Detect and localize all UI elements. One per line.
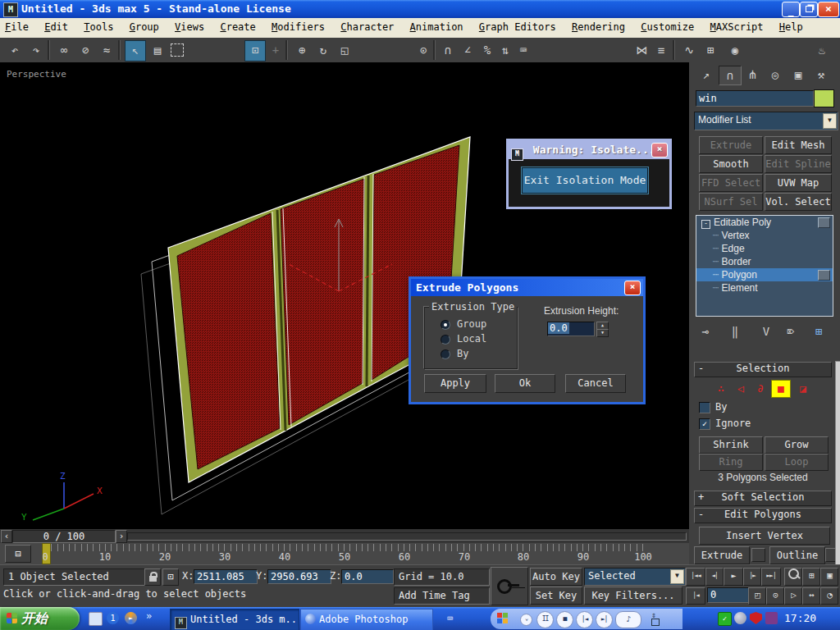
auto-key-button[interactable]: Auto Key (530, 568, 582, 586)
insert-vertex-button[interactable]: Insert Vertex (699, 527, 830, 545)
quicklaunch-media-player-icon[interactable]: ► (125, 612, 137, 624)
menu-help[interactable]: Help (774, 18, 808, 37)
x-coordinate-field[interactable]: 2511.085 (194, 569, 258, 584)
restore-button[interactable] (800, 2, 818, 17)
tab-create-icon[interactable]: ↗ (696, 66, 717, 84)
select-manipulate-icon[interactable]: + (266, 40, 285, 60)
menu-views[interactable]: Views (170, 18, 209, 37)
add-time-tag[interactable]: Add Time Tag (394, 587, 490, 605)
cancel-button[interactable]: Cancel (565, 374, 626, 393)
loop-button[interactable]: Loop (765, 454, 829, 471)
stack-item-vertex[interactable]: ┈ Vertex (696, 229, 833, 242)
wmp-stop-icon[interactable]: ■ (556, 611, 573, 628)
modifier-button-vol-select[interactable]: Vol. Select (765, 193, 832, 211)
selection-rollout-header[interactable]: - Selection (694, 362, 832, 377)
soft-selection-rollout-header[interactable]: + Soft Selection (694, 491, 832, 506)
extrude-dialog-titlebar[interactable]: Extrude Polygons × (411, 279, 643, 296)
next-frame-icon[interactable]: |► (743, 568, 761, 586)
warning-dialog-titlebar[interactable]: M Warning: Isolate... × (509, 141, 669, 159)
ignore-backfacing-checkbox[interactable]: ✓ (699, 418, 710, 430)
grow-button[interactable]: Grow (765, 436, 829, 454)
keyboard-override-icon[interactable]: ⌨ (514, 40, 533, 60)
tree-collapse-icon[interactable]: - (701, 220, 710, 229)
polygon-subobject-icon-active[interactable]: ■ (771, 380, 791, 398)
modifier-list-dropdown[interactable]: Modifier List ▼ (694, 112, 838, 130)
pin-stack-icon[interactable]: ⊸ (696, 322, 715, 341)
goto-end-icon[interactable]: ►►| (761, 568, 781, 586)
panel-scrollbar[interactable] (835, 361, 840, 566)
quick-render-icon[interactable]: ♨ (812, 40, 832, 60)
quicklaunch-chevron-icon[interactable]: » (146, 610, 152, 622)
radio-by[interactable] (441, 349, 450, 359)
scale-icon[interactable]: ◱ (335, 40, 354, 60)
chevron-down-icon[interactable]: ▼ (670, 569, 684, 584)
slider-left-arrow[interactable]: ‹ (1, 530, 12, 543)
menu-rendering[interactable]: Rendering (567, 18, 630, 37)
stack-toggle[interactable] (818, 270, 830, 281)
align-icon[interactable]: ≡ (651, 40, 671, 60)
chevron-down-icon[interactable]: ▼ (823, 113, 837, 129)
by-vertex-checkbox[interactable] (699, 402, 710, 413)
input-keyboard-icon[interactable]: ⌨ (447, 613, 453, 624)
selection-region-icon[interactable] (171, 43, 184, 57)
modifier-button-ffd-select[interactable]: FFD Select (699, 174, 763, 192)
tray-shield-icon[interactable] (750, 612, 762, 624)
unlink-icon[interactable]: ⊘ (75, 40, 95, 60)
zoom-all-icon[interactable]: ⊞ (802, 568, 820, 586)
tab-hierarchy-icon[interactable]: ⋔ (742, 66, 763, 84)
shrink-button[interactable]: Shrink (699, 436, 763, 454)
mirror-icon[interactable]: ⋈ (632, 40, 651, 60)
exit-isolation-mode-button[interactable]: Exit Isolation Mode (522, 167, 648, 194)
time-slider-handle[interactable]: 0 / 100 (12, 530, 116, 543)
set-keys-button[interactable] (491, 567, 528, 605)
show-end-result-icon[interactable]: ‖ (725, 322, 745, 341)
previous-key-icon[interactable]: |◄ (686, 587, 705, 605)
radio-group[interactable] (441, 320, 450, 330)
outline-button[interactable]: Outline (769, 546, 825, 564)
track-bar[interactable]: ⊟ 0 10 20 30 40 50 60 70 80 90 100 (0, 543, 689, 564)
goto-start-icon[interactable]: |◄◄ (686, 568, 705, 586)
menu-animation[interactable]: Animation (405, 18, 468, 37)
selected-filter-dropdown[interactable]: Selected ▼ (584, 568, 686, 586)
play-button-icon[interactable]: ► (724, 568, 743, 586)
use-center-icon[interactable]: ⊙ (413, 40, 433, 60)
close-icon[interactable]: × (624, 281, 641, 295)
y-coordinate-field[interactable]: 2950.693 (267, 569, 331, 584)
bind-spacewarp-icon[interactable]: ≈ (97, 40, 116, 60)
snap-3d-icon[interactable]: ∩ (438, 40, 458, 60)
edit-polygons-rollout-header[interactable]: - Edit Polygons (694, 508, 832, 523)
taskbar-clock[interactable]: 17:20 (784, 612, 816, 624)
menu-character[interactable]: Character (336, 18, 399, 37)
pan-icon[interactable]: ↔ (802, 587, 820, 605)
snap-percent-icon[interactable]: % (477, 40, 497, 60)
tray-volume-icon[interactable] (734, 612, 746, 624)
window-crossing-icon[interactable]: ⊡ (244, 40, 266, 62)
spinner-down-icon[interactable]: ▼ (596, 329, 609, 337)
menu-customize[interactable]: Customize (636, 18, 699, 37)
radio-local[interactable] (441, 335, 450, 345)
wmp-volume-icon[interactable]: ♪ (615, 611, 641, 628)
ring-button[interactable]: Ring (699, 454, 763, 471)
extrude-button[interactable]: Extrude (694, 546, 750, 564)
taskbar-button-photoshop[interactable]: Adobe Photoshop (300, 609, 433, 630)
ok-button[interactable]: Ok (495, 374, 555, 393)
configure-modifier-sets-icon[interactable]: ⊞ (809, 322, 829, 341)
modifier-button-edit-spline[interactable]: Edit Spline (765, 155, 832, 173)
quicklaunch-messenger-icon[interactable]: 1 (107, 612, 119, 624)
object-name-field[interactable]: win (696, 90, 814, 107)
modifier-button-nsurf-sel[interactable]: NSurf Sel (699, 193, 763, 211)
time-configuration-icon[interactable]: ⊙ (766, 587, 784, 605)
menu-maxscript[interactable]: MAXScript (705, 18, 769, 37)
wmp-next-icon[interactable]: ►| (596, 611, 613, 628)
wmp-restore-icon[interactable] (651, 619, 660, 626)
wmp-pause-icon[interactable]: II (536, 611, 554, 628)
stack-toggle[interactable] (818, 217, 830, 228)
stack-item-border[interactable]: ┈ Border (696, 255, 833, 268)
mini-curve-editor-button[interactable]: ⊟ (5, 545, 31, 563)
schematic-view-icon[interactable]: ⊞ (701, 40, 720, 60)
move-icon[interactable]: ⊕ (292, 40, 312, 60)
extrude-settings-button[interactable] (751, 548, 765, 562)
snap-spinner-icon[interactable]: ⇅ (495, 40, 515, 60)
arc-rotate-icon[interactable]: ◔ (820, 587, 838, 605)
menu-file[interactable]: File (0, 18, 34, 37)
